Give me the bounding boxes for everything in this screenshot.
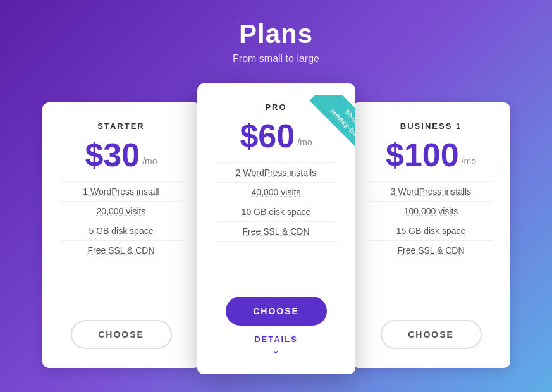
plan-unit-business1: /mo (462, 156, 476, 166)
plan-name-starter: STARTER (97, 121, 144, 131)
ribbon-text-pro: 30-daymoney-back (309, 95, 355, 163)
details-link-pro[interactable]: DETAILS ⌄ (254, 334, 298, 355)
feature-pro-1: 40,000 visits (215, 183, 338, 202)
plan-price-row-pro: $60 /mo (240, 119, 312, 152)
plan-price-pro: $60 (240, 119, 295, 152)
plan-card-business1: BUSINESS 1 $100 /mo 3 WordPress installs… (352, 102, 510, 368)
plan-unit-starter: /mo (142, 156, 157, 166)
details-label-pro: DETAILS (254, 334, 298, 344)
feature-business1-1: 100,000 visits (370, 202, 493, 221)
feature-starter-1: 20,000 visits (60, 202, 183, 221)
feature-starter-0: 1 WordPress install (60, 181, 183, 202)
plan-name-business1: BUSINESS 1 (400, 121, 462, 131)
choose-button-pro[interactable]: CHOOSE (226, 297, 327, 326)
feature-starter-3: Free SSL & CDN (60, 241, 183, 260)
plan-price-business1: $100 (386, 138, 459, 171)
plans-container: STARTER $30 /mo 1 WordPress install 20,0… (17, 83, 536, 374)
plan-features-starter: 1 WordPress install 20,000 visits 5 GB d… (60, 181, 183, 305)
plan-card-starter: STARTER $30 /mo 1 WordPress install 20,0… (42, 102, 200, 368)
feature-pro-2: 10 GB disk space (215, 202, 338, 222)
feature-pro-0: 2 WordPress installs (215, 162, 338, 183)
plan-price-starter: $30 (85, 138, 140, 171)
feature-business1-3: Free SSL & CDN (370, 241, 493, 260)
feature-business1-0: 3 WordPress installs (370, 181, 493, 202)
page-subtitle: From small to large (233, 53, 319, 64)
plan-features-pro: 2 WordPress installs 40,000 visits 10 GB… (215, 162, 338, 281)
plan-name-pro: PRO (265, 102, 286, 112)
plan-price-row-business1: $100 /mo (386, 138, 476, 171)
page-title: Plans (233, 19, 319, 49)
feature-pro-3: Free SSL & CDN (215, 222, 338, 242)
feature-starter-2: 5 GB disk space (60, 221, 183, 241)
plan-price-row-starter: $30 /mo (85, 138, 157, 171)
plan-card-pro: 30-daymoney-back PRO $60 /mo 2 WordPress… (197, 83, 355, 374)
page-header: Plans From small to large (233, 19, 319, 64)
choose-button-starter[interactable]: CHOOSE (71, 320, 172, 349)
plan-features-business1: 3 WordPress installs 100,000 visits 15 G… (370, 181, 493, 305)
chevron-down-icon: ⌄ (272, 345, 281, 355)
feature-business1-2: 15 GB disk space (370, 221, 493, 241)
plan-unit-pro: /mo (297, 137, 312, 147)
choose-button-business1[interactable]: CHOOSE (381, 320, 482, 349)
